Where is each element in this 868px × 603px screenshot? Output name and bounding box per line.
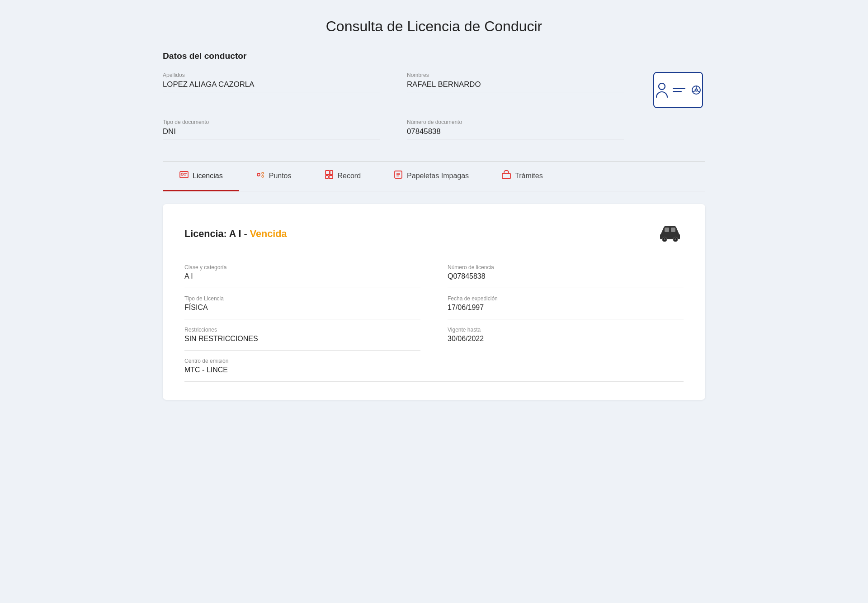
svg-point-27 xyxy=(675,238,676,240)
conductor-heading: Datos del conductor xyxy=(163,51,705,61)
centro-emision-value: MTC - LINCE xyxy=(184,366,684,374)
steering-wheel-icon xyxy=(691,85,702,95)
tipo-doc-value: DNI xyxy=(163,127,380,139)
svg-point-11 xyxy=(262,172,264,174)
clase-label: Clase y categoría xyxy=(184,264,420,271)
fecha-expedicion-field: Fecha de expedición 17/06/1997 xyxy=(448,295,684,319)
tab-record-label: Record xyxy=(338,172,361,180)
svg-rect-16 xyxy=(329,176,333,179)
svg-rect-15 xyxy=(326,176,328,179)
num-doc-group: Número de documento 07845838 xyxy=(407,119,624,139)
license-card: Licencia: A I - Vencida Clase y categorí… xyxy=(163,204,705,400)
tab-papeletas-icon xyxy=(393,170,403,182)
vigente-hasta-label: Vigente hasta xyxy=(448,327,684,333)
conductor-row-2: Tipo de documento DNI Número de document… xyxy=(163,119,705,139)
license-title: Licencia: A I - Vencida xyxy=(184,228,287,240)
tab-tramites-label: Trámites xyxy=(515,172,543,180)
svg-line-5 xyxy=(697,91,700,93)
tabs-bar: Licencias Puntos Record xyxy=(163,161,705,191)
clase-field: Clase y categoría A I xyxy=(184,264,420,288)
num-licencia-field: Número de licencia Q07845838 xyxy=(448,264,684,288)
page-title: Consulta de Licencia de Conducir xyxy=(163,18,705,35)
num-doc-label: Número de documento xyxy=(407,119,624,125)
vigente-hasta-field: Vigente hasta 30/06/2022 xyxy=(448,327,684,351)
centro-emision-label: Centro de emisión xyxy=(184,358,684,364)
tab-licencias-label: Licencias xyxy=(193,172,223,180)
license-fields-grid: Clase y categoría A I Número de licencia… xyxy=(184,264,684,385)
tab-licencias-icon xyxy=(179,170,189,182)
restricciones-field: Restricciones SIN RESTRICCIONES xyxy=(184,327,420,351)
tipo-licencia-value: FÍSICA xyxy=(184,304,420,312)
fecha-expedicion-label: Fecha de expedición xyxy=(448,295,684,302)
tab-tramites[interactable]: Trámites xyxy=(485,161,559,191)
tab-puntos[interactable]: Puntos xyxy=(239,161,308,191)
id-person-svg xyxy=(655,81,669,99)
svg-point-2 xyxy=(695,89,698,91)
svg-point-26 xyxy=(664,238,665,240)
svg-rect-14 xyxy=(330,171,333,175)
tab-papeletas-label: Papeletas Impagas xyxy=(407,172,469,180)
fecha-expedicion-value: 17/06/1997 xyxy=(448,304,684,312)
tab-puntos-label: Puntos xyxy=(269,172,292,180)
restricciones-value: SIN RESTRICCIONES xyxy=(184,335,420,343)
nombres-group: Nombres RAFAEL BERNARDO xyxy=(407,72,624,92)
svg-rect-23 xyxy=(671,228,675,232)
license-id-card-icon xyxy=(651,72,705,108)
tipo-doc-group: Tipo de documento DNI xyxy=(163,119,380,139)
apellidos-value: LOPEZ ALIAGA CAZORLA xyxy=(163,80,380,92)
svg-point-0 xyxy=(659,83,665,90)
restricciones-label: Restricciones xyxy=(184,327,420,333)
tab-licencias[interactable]: Licencias xyxy=(163,161,239,191)
svg-rect-22 xyxy=(665,228,669,232)
num-licencia-label: Número de licencia xyxy=(448,264,684,271)
num-licencia-value: Q07845838 xyxy=(448,272,684,280)
tab-record[interactable]: Record xyxy=(308,161,377,191)
apellidos-label: Apellidos xyxy=(163,72,380,78)
nombres-value: RAFAEL BERNARDO xyxy=(407,80,624,92)
tab-tramites-icon xyxy=(501,170,511,182)
vigente-hasta-value: 30/06/2022 xyxy=(448,335,684,343)
license-card-header: Licencia: A I - Vencida xyxy=(184,220,684,248)
tab-record-icon xyxy=(324,170,334,182)
centro-emision-field: Centro de emisión MTC - LINCE xyxy=(184,358,684,382)
svg-point-7 xyxy=(181,173,184,176)
license-status: Vencida xyxy=(250,228,287,239)
num-doc-value: 07845838 xyxy=(407,127,624,139)
conductor-row-1: Apellidos LOPEZ ALIAGA CAZORLA Nombres R… xyxy=(163,72,705,108)
apellidos-group: Apellidos LOPEZ ALIAGA CAZORLA xyxy=(163,72,380,92)
tipo-licencia-field: Tipo de Licencia FÍSICA xyxy=(184,295,420,319)
svg-point-10 xyxy=(257,173,260,176)
license-title-prefix: Licencia: A I - xyxy=(184,228,250,239)
tab-puntos-icon xyxy=(255,170,265,182)
svg-rect-21 xyxy=(502,173,510,179)
tipo-doc-label: Tipo de documento xyxy=(163,119,380,125)
nombres-label: Nombres xyxy=(407,72,624,78)
tab-papeletas[interactable]: Papeletas Impagas xyxy=(377,161,485,191)
clase-value: A I xyxy=(184,272,420,280)
svg-point-12 xyxy=(262,176,264,177)
tipo-licencia-label: Tipo de Licencia xyxy=(184,295,420,302)
conductor-section: Datos del conductor Apellidos LOPEZ ALIA… xyxy=(163,51,705,161)
car-icon xyxy=(656,220,684,248)
svg-line-4 xyxy=(693,91,695,93)
svg-rect-13 xyxy=(326,171,330,175)
license-title-text: Licencia: A I - Vencida xyxy=(184,228,287,239)
